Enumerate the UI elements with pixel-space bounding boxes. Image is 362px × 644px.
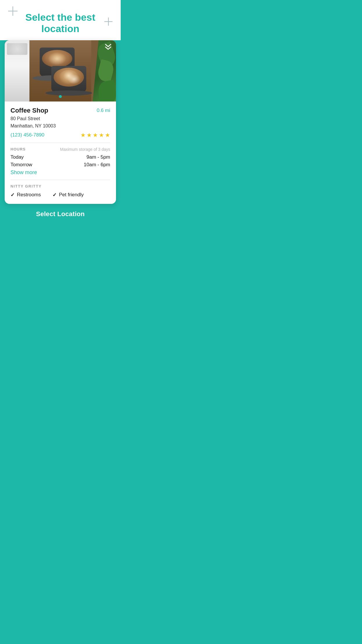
address-line1: 80 Paul Street (10, 116, 110, 122)
card-content: Coffee Shop 0.6 mi 80 Paul Street Manhat… (5, 102, 116, 204)
show-more-button[interactable]: Show more (10, 169, 110, 176)
address-line2: Manhattan, NY 10003 (10, 123, 110, 129)
phone-stars-row: (123) 456-7890 ★ ★ ★ ★ ★ (10, 132, 110, 139)
card-image (5, 40, 116, 102)
location-name: Coffee Shop (10, 107, 48, 114)
front-coffee-cup (48, 58, 89, 96)
chevron-down-icon[interactable] (104, 44, 112, 51)
location-card: Coffee Shop 0.6 mi 80 Paul Street Manhat… (5, 40, 116, 204)
today-time: 9am - 5pm (87, 154, 110, 160)
hours-row-today: Today 9am - 5pm (10, 154, 110, 160)
divider-2 (10, 180, 110, 180)
nitty-gritty-label: NITTY GRITTY (10, 184, 110, 188)
today-label: Today (10, 154, 24, 160)
star-4: ★ (99, 132, 104, 139)
select-location-button[interactable]: Select Location (0, 204, 121, 224)
amenity-pet-friendly: ✓ Pet friendly (52, 192, 84, 198)
page-title: Select the best location (7, 12, 114, 34)
amenity-pet-label: Pet friendly (59, 192, 84, 198)
image-indicator-dot (59, 95, 62, 98)
coffee-scene (5, 40, 116, 102)
plus-decoration-tr (104, 18, 113, 27)
star-5: ★ (105, 132, 110, 139)
amenity-restrooms: ✓ Restrooms (10, 192, 41, 198)
stars-rating: ★ ★ ★ ★ ★ (80, 132, 110, 139)
star-2: ★ (87, 132, 92, 139)
hours-label: HOURS (10, 147, 26, 151)
plant-decoration (90, 40, 116, 102)
location-distance: 0.6 mi (97, 108, 110, 113)
divider-1 (10, 143, 110, 143)
star-1: ★ (80, 132, 86, 139)
hours-row-tomorrow: Tomorrow 10am - 6pm (10, 162, 110, 168)
tomorrow-time: 10am - 6pm (84, 162, 110, 168)
checkmark-restrooms: ✓ (10, 192, 15, 198)
header-area: Select the best location (0, 0, 121, 40)
amenity-restrooms-label: Restrooms (17, 192, 41, 198)
white-vase (5, 40, 31, 102)
page-wrapper: Select the best location (0, 0, 121, 224)
location-header-row: Coffee Shop 0.6 mi (10, 107, 110, 114)
max-storage-text: Maximum storage of 3 days (60, 147, 110, 152)
star-3: ★ (93, 132, 98, 139)
hours-header: HOURS Maximum storage of 3 days (10, 147, 110, 152)
vase-stones (7, 43, 27, 55)
plus-decoration-tl (8, 6, 17, 17)
checkmark-pet-friendly: ✓ (52, 192, 57, 198)
teal-background: Coffee Shop 0.6 mi 80 Paul Street Manhat… (0, 40, 121, 224)
amenities-row: ✓ Restrooms ✓ Pet friendly (10, 192, 110, 198)
tomorrow-label: Tomorrow (10, 162, 32, 168)
phone-number[interactable]: (123) 456-7890 (10, 132, 44, 138)
